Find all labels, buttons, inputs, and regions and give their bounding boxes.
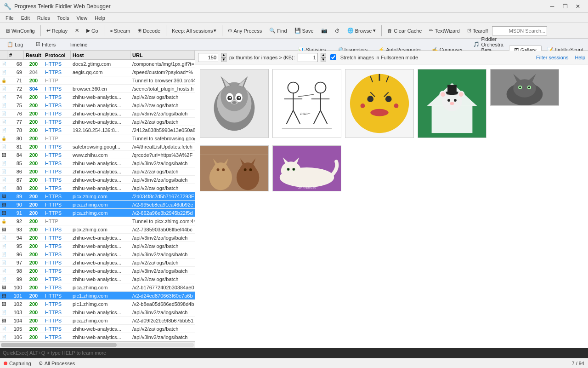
table-row[interactable]: 🖼 100 200 HTTPS pica.zhimg.com /v2-b1767… [0,283,195,292]
thumb-size-down[interactable]: ▼ [221,58,226,62]
stretch-checkbox[interactable] [330,54,336,60]
tab-timeline[interactable]: Timeline [63,40,92,49]
tab-filters[interactable]: ☑ Filters [31,40,61,49]
table-row[interactable]: 🔒 71 200 HTTP Tunnel to browser.360.cn:4… [0,76,195,85]
table-row[interactable]: 📄 98 200 HTTPS zhihu-web-analytics... /a… [0,267,195,275]
close-button[interactable]: ✕ [571,2,584,11]
minimize-button[interactable]: ─ [546,2,559,11]
table-row[interactable]: 🔒 92 200 HTTP Tunnel to picx.zhimg.com:4… [0,217,195,225]
row-icon: 📄 [0,86,7,91]
image-mouse[interactable] [418,69,486,138]
h-scrollbar[interactable] [0,341,195,348]
row-protocol: HTTPS [43,268,71,274]
table-row[interactable]: 📄 88 200 HTTPS zhihu-web-analytics... /a… [0,184,195,192]
table-row[interactable]: 📄 87 200 HTTPS zhihu-web-analytics... /a… [0,176,195,184]
table-row[interactable]: 🖼 91 200 HTTPS pica.zhimg.com /v2-662a96… [0,209,195,217]
menu-rules[interactable]: Rules [34,14,54,22]
image-white-cat[interactable]: GP ©136686 [272,145,341,191]
col-protocol[interactable]: Protocol [43,51,71,59]
image-cat-small[interactable] [490,69,559,106]
delete-button[interactable]: ✕ [72,26,82,35]
row-protocol: HTTPS [43,119,71,125]
thumb-size-input[interactable] [198,53,218,62]
table-row[interactable]: 📄 72 304 HTTPS browser.360.cn /scene/tot… [0,85,195,93]
menu-view[interactable]: View [73,14,91,22]
table-row[interactable]: 📄 74 200 HTTPS zhihu-web-analytics... /a… [0,93,195,101]
kb-size-up[interactable]: ▲ [321,53,326,58]
table-row[interactable]: 📄 85 200 HTTPS zhihu-web-analytics... /a… [0,159,195,167]
winconfig-button[interactable]: 🖥 WinConfig [2,26,38,35]
row-url: /api/v2/za/logs/batch [130,185,195,191]
go-button[interactable]: ▶ Go [83,26,102,35]
table-row[interactable]: 📄 96 200 HTTPS zhihu-web-analytics... /a… [0,250,195,259]
col-result[interactable]: Result [24,51,43,59]
col-host[interactable]: Host [71,51,130,59]
help-link[interactable]: Help [575,55,585,60]
row-icon: 📄 [0,335,7,339]
menu-tools[interactable]: Tools [54,14,73,22]
browse-icon: 🌐 [347,28,354,34]
menu-file[interactable]: File [2,14,17,22]
row-result: 200 [24,210,43,216]
row-protocol: HTTPS [43,103,71,108]
row-result: 200 [24,260,43,265]
kb-size-down[interactable]: ▼ [321,58,326,62]
tab-log[interactable]: 📋 Log [2,40,28,49]
replay-button[interactable]: ↩ Replay [43,26,71,35]
menu-help[interactable]: Help [91,14,109,22]
table-row[interactable]: 🖼 89 200 HTTPS picx.zhimg.com /2d034f8c2… [0,192,195,201]
row-icon: 🖼 [0,227,7,232]
table-row[interactable]: 📄 106 200 HTTPS zhihu-web-analytics... /… [0,333,195,341]
table-row[interactable]: 📄 77 200 HTTPS zhihu-web-analytics... /a… [0,118,195,126]
quickexec-input[interactable] [3,350,585,356]
session-list[interactable]: 📄 68 200 HTTPS docs2.gtimg.com /componen… [0,60,195,341]
table-row[interactable]: 📄 105 200 HTTPS zhihu-web-analytics... /… [0,325,195,333]
msdn-search-input[interactable] [492,26,547,35]
table-row[interactable]: 📄 86 200 HTTPS zhihu-web-analytics... /a… [0,167,195,176]
thumb-size-spinner[interactable]: ▲ ▼ [221,53,226,62]
table-row[interactable]: 🖼 90 200 HTTPS pica.zhimg.com /v2-995cb8… [0,201,195,209]
stream-button[interactable]: ≈ Stream [107,26,134,35]
timer-button[interactable]: ⏱ [332,26,343,35]
row-host: zhihu-web-analytics... [71,276,130,282]
kb-size-input[interactable] [298,53,318,62]
find-button[interactable]: 🔍 Find [266,26,290,35]
keep-sessions-dropdown[interactable]: Keep: All sessions ▾ [169,26,220,35]
restore-button[interactable]: ❐ [559,2,571,11]
col-num[interactable]: # [7,51,24,59]
row-id: 72 [7,86,24,92]
table-row[interactable]: 📄 75 200 HTTPS zhihu-web-analytics... /a… [0,101,195,109]
clear-cache-button[interactable]: 🗑 Clear Cache [384,26,425,35]
table-row[interactable]: 📄 68 200 HTTPS docs2.gtimg.com /componen… [0,60,195,68]
table-row[interactable]: 📄 99 200 HTTPS zhihu-web-analytics... /a… [0,275,195,283]
col-icon[interactable] [0,51,7,59]
any-process-button[interactable]: ⊙ Any Process [225,26,265,35]
col-url[interactable]: URL [130,51,195,59]
table-row[interactable]: 📄 97 200 HTTPS zhihu-web-analytics... /a… [0,259,195,267]
table-row[interactable]: 📄 78 200 HTTPS 192.168.254.139:8... /241… [0,126,195,134]
table-row[interactable]: 🖼 84 200 HTTPS www.zhihu.com /qrcode?url… [0,151,195,159]
decode-button[interactable]: ⊞ Decode [134,26,164,35]
table-row[interactable]: 📄 76 200 HTTPS zhihu-web-analytics... /a… [0,109,195,118]
filter-sessions-link[interactable]: Filter sessions [536,55,568,60]
table-row[interactable]: 🖼 102 200 HTTPS pic1.zhimg.com /v2-b8ea0… [0,300,195,308]
table-row[interactable]: 🖼 104 200 HTTPS pica.zhimg.com /v2-d09f2… [0,316,195,325]
image-face[interactable] [345,69,414,138]
table-row[interactable]: 📄 103 200 HTTPS zhihu-web-analytics... /… [0,308,195,316]
thumb-size-up[interactable]: ▲ [221,53,226,58]
menu-edit[interactable]: Edit [17,14,34,22]
table-row[interactable]: 📄 69 204 HTTPS aegis.qq.com /speed/custo… [0,68,195,76]
image-sketch[interactable]: aua~ [272,69,341,138]
capture-status[interactable]: Capturing [4,361,31,366]
table-row[interactable]: 🔒 80 200 HTTP Tunnel to safebrowsing.goo… [0,134,195,143]
row-icon: 📄 [0,252,7,257]
table-row[interactable]: 📄 81 200 HTTPS safebrowsing.googl... /v4… [0,143,195,151]
row-icon: 🔒 [0,136,7,141]
table-row[interactable]: 🖼 93 200 HTTPS picx.zhimg.com /v2-738590… [0,225,195,234]
image-cats[interactable] [200,145,269,191]
table-row[interactable]: 📄 95 200 HTTPS zhihu-web-analytics... /a… [0,242,195,250]
kb-size-spinner[interactable]: ▲ ▼ [321,53,326,62]
table-row[interactable]: 📄 94 200 HTTPS zhihu-web-analytics... /a… [0,234,195,242]
table-row[interactable]: 🖼 101 200 HTTPS pic1.zhimg.com /v2-d24ed… [0,292,195,300]
image-husky[interactable] [200,69,269,138]
